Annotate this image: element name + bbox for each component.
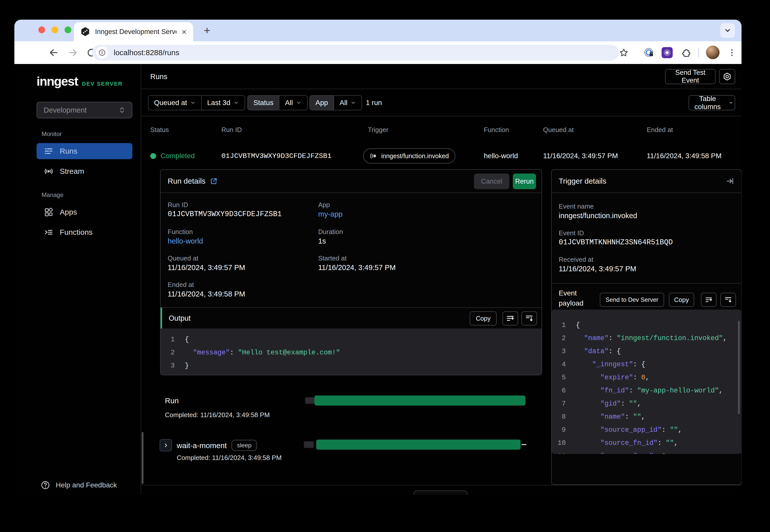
word-wrap-button[interactable] — [502, 311, 518, 325]
table-row-run-id[interactable]: 01JCVBTMV3WXY9D3CFDEJFZSB1 — [222, 143, 332, 169]
step-name[interactable]: wait-a-moment — [177, 441, 227, 450]
app-link[interactable]: my-app — [318, 210, 343, 218]
forward-icon[interactable] — [66, 46, 80, 60]
status-filter-select[interactable]: All — [279, 96, 307, 110]
help-question-icon — [41, 480, 50, 490]
copy-payload-button[interactable]: Copy — [669, 293, 694, 307]
payload-section-divider — [552, 283, 741, 284]
sidebar-item-apps[interactable]: Apps — [37, 204, 132, 220]
event-name-value: inngest/function.invoked — [559, 212, 637, 220]
step-timeline-bar[interactable] — [316, 440, 521, 450]
column-header-run-id[interactable]: Run ID — [222, 116, 242, 143]
payload-scrollbar[interactable] — [738, 321, 740, 414]
step-type-badge: sleep — [232, 440, 257, 451]
tab-close-icon[interactable]: × — [181, 27, 186, 36]
sidebar-item-runs[interactable]: Runs — [37, 143, 132, 159]
environment-select[interactable]: Development — [37, 102, 132, 118]
browser-tab[interactable]: Inngest Development Server × — [74, 22, 193, 41]
expand-step-button[interactable] — [159, 439, 172, 451]
site-info-icon[interactable] — [96, 47, 108, 59]
trigger-pill[interactable]: inngest/function.invoked — [363, 148, 455, 163]
app-filter[interactable]: App All — [309, 95, 362, 110]
payload-scroll-to-bottom-button[interactable] — [720, 293, 736, 307]
received-at-label: Received at — [559, 256, 593, 263]
queued-at-value: 11/16/2024, 3:49:57 PM — [168, 263, 245, 272]
main-scrollbar[interactable] — [142, 432, 143, 484]
event-id-value: 01JCVBTMTKNHNHZ3SN64R51BQD — [559, 238, 673, 247]
stream-broadcast-icon — [44, 167, 53, 176]
status-filter-label: Status — [248, 96, 279, 110]
help-and-feedback[interactable]: Help and Feedback — [41, 477, 117, 493]
sidebar-item-functions[interactable]: Functions — [37, 224, 132, 240]
purple-extension-icon[interactable] — [660, 46, 674, 60]
trigger-details-header: Trigger details — [552, 170, 741, 193]
started-at-label: Started at — [318, 254, 347, 262]
cancel-button[interactable]: Cancel — [474, 174, 509, 189]
column-header-status[interactable]: Status — [150, 116, 169, 143]
time-range-label: Last 3d — [207, 99, 231, 107]
time-field-select[interactable]: Queued at — [148, 96, 201, 110]
column-header-trigger[interactable]: Trigger — [368, 116, 388, 143]
toolbar-divider — [698, 48, 699, 57]
sidebar-item-label: Apps — [60, 208, 77, 216]
run-timeline-bar[interactable] — [314, 395, 525, 406]
maximize-window-button[interactable] — [64, 26, 71, 33]
code-line: 3} — [160, 359, 541, 372]
copy-output-button[interactable]: Copy — [470, 311, 497, 325]
column-header-function[interactable]: Function — [484, 116, 509, 143]
profile-avatar[interactable] — [706, 46, 720, 59]
payload-word-wrap-button[interactable] — [701, 293, 717, 307]
partial-hidden-button[interactable] — [413, 490, 467, 495]
table-row-function[interactable]: hello-world — [484, 143, 518, 169]
code-line: 2 "name": "inngest/function.invoked", — [552, 332, 741, 345]
manage-section-label: Manage — [42, 191, 63, 198]
app-label: App — [318, 201, 330, 209]
run-id-label: Run ID — [168, 201, 188, 209]
apps-grid-icon — [44, 208, 53, 217]
browser-menu-kebab-icon[interactable] — [725, 46, 739, 60]
duration-value: 1s — [318, 237, 326, 245]
new-tab-button[interactable]: + — [200, 23, 214, 38]
time-filter[interactable]: Queued at Last 3d — [148, 95, 245, 110]
functions-list-icon — [44, 228, 53, 237]
url-text: localhost:8288/runs — [114, 48, 179, 57]
page-header: Runs Send Test Event — [141, 64, 742, 89]
tab-search-chevron-button[interactable] — [720, 23, 735, 38]
time-range-select[interactable]: Last 3d — [202, 96, 245, 110]
logo-row: inngest DEV SERVER — [37, 74, 122, 89]
table-columns-label: Table columns — [691, 95, 725, 111]
table-row-trigger[interactable]: inngest/function.invoked — [363, 143, 455, 169]
run-details-title: Run details — [168, 177, 206, 185]
send-test-event-button[interactable]: Send Test Event — [665, 69, 716, 84]
event-name-label: Event name — [559, 203, 594, 210]
external-link-icon[interactable] — [210, 177, 218, 185]
step-queue-segment — [304, 441, 314, 448]
bookmark-star-icon[interactable] — [617, 46, 631, 60]
function-link[interactable]: hello-world — [168, 237, 203, 245]
column-header-ended-at[interactable]: Ended at — [647, 116, 673, 143]
browser-tabstrip: Inngest Development Server × + — [14, 20, 742, 41]
minimize-window-button[interactable] — [51, 26, 58, 33]
scroll-to-bottom-button[interactable] — [521, 311, 537, 325]
event-payload-code[interactable]: 1{2 "name": "inngest/function.invoked",3… — [552, 310, 741, 454]
collapse-panel-icon[interactable] — [726, 177, 734, 185]
status-filter[interactable]: Status All — [247, 95, 308, 110]
status-dot — [150, 153, 156, 159]
sidebar-item-stream[interactable]: Stream — [37, 163, 132, 179]
rerun-button[interactable]: Rerun — [513, 174, 536, 189]
column-header-queued-at[interactable]: Queued at — [543, 116, 573, 143]
settings-gear-button[interactable] — [719, 69, 735, 84]
timeline-run-label[interactable]: Run — [165, 396, 179, 405]
extensions-puzzle-icon[interactable] — [679, 46, 693, 60]
back-icon[interactable] — [47, 46, 61, 60]
output-code[interactable]: 1{2 "message": "Hello test@example.com!"… — [160, 328, 541, 375]
send-to-dev-server-button[interactable]: Send to Dev Server — [600, 293, 664, 307]
address-bar[interactable]: localhost:8288/runs — [92, 45, 619, 60]
queued-at-label: Queued at — [168, 254, 198, 262]
table-row-status[interactable]: Completed — [150, 143, 195, 169]
inngest-app: inngest DEV SERVER Development Monitor R… — [14, 64, 742, 495]
password-manager-extension-icon[interactable] — [642, 46, 656, 60]
close-window-button[interactable] — [38, 26, 45, 33]
app-filter-select[interactable]: All — [334, 96, 362, 110]
table-columns-button[interactable]: Table columns — [689, 95, 735, 110]
